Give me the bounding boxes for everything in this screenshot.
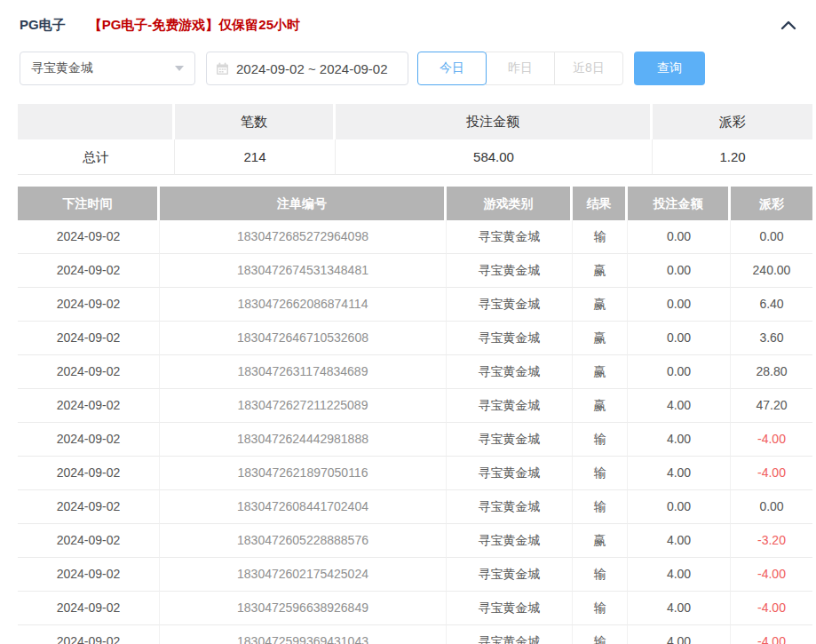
cell-bet-time: 2024-09-02 (18, 625, 160, 644)
cell-bet-id: 1830472662086874114 (160, 288, 447, 322)
cell-bet-time: 2024-09-02 (18, 457, 160, 490)
cell-game-type: 寻宝黄金城 (447, 254, 573, 288)
bets-table: 下注时间 注单编号 游戏类别 结果 投注金额 派彩 2024-09-02 183… (18, 187, 812, 644)
summary-total-row: 总计 214 584.00 1.20 (18, 139, 812, 175)
cell-payout: -4.00 (731, 457, 812, 490)
cell-bet-amount: 4.00 (628, 423, 731, 457)
cell-bet-time: 2024-09-02 (18, 254, 160, 288)
table-row: 2024-09-02 1830472605228888576 寻宝黄金城 赢 4… (18, 524, 812, 558)
col-payout: 派彩 (731, 187, 812, 220)
cell-bet-amount: 0.00 (628, 220, 731, 254)
cell-payout: -4.00 (731, 558, 812, 592)
summary-header-row: 笔数 投注金额 派彩 (18, 104, 812, 139)
cell-bet-amount: 4.00 (628, 524, 731, 558)
cell-game-type: 寻宝黄金城 (447, 625, 573, 644)
cell-result: 赢 (573, 254, 628, 288)
summary-total-payout: 1.20 (653, 139, 812, 175)
cell-payout: 28.80 (731, 355, 812, 389)
calendar-icon (216, 62, 229, 76)
col-result: 结果 (573, 187, 628, 220)
cell-payout: 0.00 (731, 490, 812, 524)
cell-bet-id: 1830472685272964098 (160, 220, 447, 254)
cell-payout: 0.00 (731, 220, 812, 254)
cell-bet-id: 1830472646710532608 (160, 322, 447, 355)
quick-range-button[interactable]: 昨日 (486, 52, 555, 85)
quick-range-button[interactable]: 近8日 (554, 52, 623, 85)
cell-bet-time: 2024-09-02 (18, 322, 160, 355)
quick-range-button[interactable]: 今日 (417, 52, 487, 85)
cell-result: 赢 (573, 389, 628, 423)
cell-bet-amount: 4.00 (628, 625, 731, 644)
cell-result: 赢 (573, 355, 628, 389)
cell-bet-amount: 4.00 (628, 389, 731, 423)
cell-payout: -4.00 (731, 423, 812, 457)
cell-payout: -4.00 (731, 592, 812, 625)
cell-bet-amount: 4.00 (628, 457, 731, 490)
table-row: 2024-09-02 1830472602175425024 寻宝黄金城 输 4… (18, 558, 812, 592)
cell-bet-id: 1830472621897050116 (160, 457, 447, 490)
cell-bet-id: 1830472627211225089 (160, 389, 447, 423)
cell-bet-time: 2024-09-02 (18, 558, 160, 592)
cell-bet-id: 1830472605228888576 (160, 524, 447, 558)
table-row: 2024-09-02 1830472596638926849 寻宝黄金城 输 4… (18, 592, 812, 625)
panel-header: PG电子 【PG电子-免费游戏】仅保留25小时 (0, 0, 816, 36)
cell-game-type: 寻宝黄金城 (447, 355, 573, 389)
cell-result: 输 (573, 625, 628, 644)
cell-game-type: 寻宝黄金城 (447, 220, 573, 254)
col-game-type: 游戏类别 (447, 187, 573, 220)
search-button[interactable]: 查询 (634, 52, 705, 85)
summary-total-count: 214 (175, 139, 336, 175)
summary-total-label: 总计 (18, 139, 175, 175)
table-row: 2024-09-02 1830472662086874114 寻宝黄金城 赢 0… (18, 288, 812, 322)
pg-games-record-panel: PG电子 【PG电子-免费游戏】仅保留25小时 寻宝黄金城 2024-09-02… (0, 0, 816, 644)
cell-game-type: 寻宝黄金城 (447, 457, 573, 490)
page-title: PG电子 (20, 17, 66, 34)
cell-bet-amount: 4.00 (628, 592, 731, 625)
cell-game-type: 寻宝黄金城 (447, 524, 573, 558)
summary-header-payout: 派彩 (653, 104, 812, 139)
summary-header-bet-amount: 投注金额 (336, 104, 653, 139)
cell-bet-amount: 0.00 (628, 355, 731, 389)
filter-bar: 寻宝黄金城 2024-09-02 ~ 2024-09-02 今日昨日近8日 查询 (20, 52, 796, 85)
chevron-down-icon (175, 66, 184, 71)
date-range-picker[interactable]: 2024-09-02 ~ 2024-09-02 (206, 52, 408, 85)
cell-bet-time: 2024-09-02 (18, 389, 160, 423)
bets-table-header: 下注时间 注单编号 游戏类别 结果 投注金额 派彩 (18, 187, 812, 220)
table-row: 2024-09-02 1830472674531348481 寻宝黄金城 赢 0… (18, 254, 812, 288)
table-row: 2024-09-02 1830472624442981888 寻宝黄金城 输 4… (18, 423, 812, 457)
cell-bet-id: 1830472631174834689 (160, 355, 447, 389)
cell-bet-time: 2024-09-02 (18, 490, 160, 524)
cell-game-type: 寻宝黄金城 (447, 592, 573, 625)
cell-bet-time: 2024-09-02 (18, 592, 160, 625)
cell-result: 赢 (573, 288, 628, 322)
table-row: 2024-09-02 1830472608441702404 寻宝黄金城 输 0… (18, 490, 812, 524)
cell-bet-amount: 0.00 (628, 490, 731, 524)
table-row: 2024-09-02 1830472621897050116 寻宝黄金城 输 4… (18, 457, 812, 490)
cell-result: 输 (573, 592, 628, 625)
cell-game-type: 寻宝黄金城 (447, 423, 573, 457)
collapse-panel-button[interactable] (780, 20, 796, 30)
table-row: 2024-09-02 1830472627211225089 寻宝黄金城 赢 4… (18, 389, 812, 423)
cell-game-type: 寻宝黄金城 (447, 288, 573, 322)
cell-bet-id: 1830472608441702404 (160, 490, 447, 524)
game-select[interactable]: 寻宝黄金城 (20, 52, 195, 85)
cell-result: 输 (573, 423, 628, 457)
cell-bet-time: 2024-09-02 (18, 423, 160, 457)
cell-game-type: 寻宝黄金城 (447, 558, 573, 592)
cell-result: 赢 (573, 322, 628, 355)
summary-total-bet-amount: 584.00 (336, 139, 653, 175)
chevron-up-icon (780, 20, 796, 30)
col-bet-amount: 投注金额 (628, 187, 731, 220)
cell-bet-id: 1830472674531348481 (160, 254, 447, 288)
table-row: 2024-09-02 1830472631174834689 寻宝黄金城 赢 0… (18, 355, 812, 389)
cell-payout: -4.00 (731, 625, 812, 644)
col-bet-id: 注单编号 (160, 187, 447, 220)
cell-bet-time: 2024-09-02 (18, 220, 160, 254)
cell-bet-id: 1830472596638926849 (160, 592, 447, 625)
summary-table: 笔数 投注金额 派彩 总计 214 584.00 1.20 (18, 104, 812, 175)
summary-header-blank (18, 104, 175, 139)
game-select-value: 寻宝黄金城 (31, 60, 93, 76)
cell-result: 输 (573, 220, 628, 254)
cell-payout: 240.00 (731, 254, 812, 288)
notice-text: 【PG电子-免费游戏】仅保留25小时 (89, 17, 300, 34)
